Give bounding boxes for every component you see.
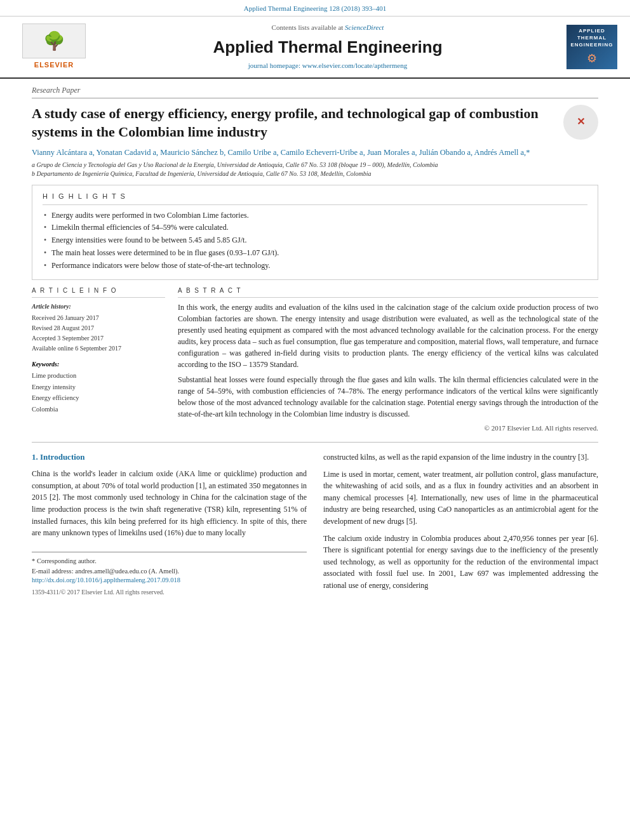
- authors-list: Vianny Alcántara a, Yonatan Cadavid a, M…: [32, 147, 598, 159]
- elsevier-wordmark: ELSEVIER: [34, 60, 74, 70]
- highlights-section: H I G H L I G H T S Energy audits were p…: [32, 185, 598, 279]
- abstract-header: A B S T R A C T: [178, 286, 598, 298]
- abstract-text: In this work, the energy audits and eval…: [178, 302, 598, 420]
- highlights-list: Energy audits were performed in two Colo…: [43, 210, 587, 271]
- info-abstract-section: A R T I C L E I N F O Article history: R…: [32, 286, 598, 433]
- intro-right-text: constructed kilns, as well as the rapid …: [323, 451, 598, 592]
- keywords-label: Keywords:: [32, 360, 165, 369]
- article-history: Article history: Received 26 January 201…: [32, 302, 165, 354]
- intro-paragraph-right-3: The calcium oxide industry in Colombia p…: [323, 533, 598, 592]
- accepted-date: Accepted 3 September 2017: [32, 333, 165, 343]
- footnote-section: * Corresponding author. E-mail address: …: [32, 552, 307, 597]
- keyword-item: Energy intensity: [32, 382, 165, 393]
- logo-line3: ENGINEERING: [570, 41, 613, 48]
- journal-logo-right: APPLIED THERMAL ENGINEERING ⚙: [560, 25, 617, 69]
- journal-homepage: journal homepage: www.elsevier.com/locat…: [95, 61, 560, 70]
- keywords-list: Lime production Energy intensity Energy …: [32, 370, 165, 415]
- intro-paragraph-right-2: Lime is used in mortar, cement, water tr…: [323, 469, 598, 528]
- journal-center-info: Contents lists available at ScienceDirec…: [95, 23, 560, 70]
- main-content: Research Paper A study case of energy ef…: [0, 79, 630, 610]
- sciencedirect-link[interactable]: ScienceDirect: [345, 23, 384, 31]
- available-date: Available online 6 September 2017: [32, 343, 165, 354]
- highlight-item: The main heat losses were determined to …: [43, 248, 587, 258]
- corresponding-author-note: * Corresponding author.: [32, 556, 307, 566]
- journal-ref-text: Applied Thermal Engineering 128 (2018) 3…: [244, 4, 386, 12]
- affiliation-a: a Grupo de Ciencia y Tecnología del Gas …: [32, 161, 598, 178]
- logo-line2: THERMAL: [577, 34, 607, 41]
- received-date: Received 26 January 2017: [32, 313, 165, 323]
- keywords-section: Keywords: Lime production Energy intensi…: [32, 360, 165, 415]
- highlights-title: H I G H L I G H T S: [43, 192, 587, 204]
- tree-icon: 🌳: [43, 32, 65, 50]
- abstract-paragraph-1: In this work, the energy audits and eval…: [178, 302, 598, 370]
- email-note: E-mail address: andres.amell@udea.edu.co…: [32, 566, 307, 577]
- crossmark-badge[interactable]: ✕: [563, 105, 598, 140]
- abstract-paragraph-2: Substantial heat losses were found espec…: [178, 374, 598, 420]
- journal-logo-box: APPLIED THERMAL ENGINEERING ⚙: [566, 25, 617, 69]
- highlight-item: Energy audits were performed in two Colo…: [43, 210, 587, 221]
- keyword-item: Energy efficiency: [32, 392, 165, 404]
- abstract-col: A B S T R A C T In this work, the energy…: [178, 286, 598, 433]
- history-label: Article history:: [32, 302, 165, 312]
- logo-decoration: ⚙: [587, 51, 597, 67]
- elsevier-logo: 🌳 ELSEVIER: [13, 23, 95, 70]
- issn-copyright: 1359-4311/© 2017 Elsevier Ltd. All right…: [32, 588, 307, 597]
- article-info-col: A R T I C L E I N F O Article history: R…: [32, 286, 165, 433]
- intro-right-col: constructed kilns, as well as the rapid …: [323, 451, 598, 597]
- journal-title: Applied Thermal Engineering: [95, 36, 560, 58]
- highlight-item: Performance indicators were below those …: [43, 260, 587, 271]
- intro-left-text: China is the world's leader in calcium o…: [32, 468, 307, 539]
- intro-paragraph-right-1: constructed kilns, as well as the rapid …: [323, 451, 598, 463]
- elsevier-tree-image: 🌳: [22, 23, 86, 58]
- doi-link[interactable]: http://dx.doi.org/10.1016/j.applthermale…: [32, 576, 307, 585]
- introduction-section: 1. Introduction China is the world's lea…: [32, 451, 598, 597]
- article-info-header: A R T I C L E I N F O: [32, 286, 165, 298]
- intro-section-title: 1. Introduction: [32, 451, 307, 463]
- journal-reference-bar: Applied Thermal Engineering 128 (2018) 3…: [0, 0, 630, 17]
- highlight-item: Energy intensities were found to be betw…: [43, 235, 587, 246]
- highlight-item: Limekiln thermal efficiencies of 54–59% …: [43, 222, 587, 233]
- article-title: A study case of energy efficiency, energ…: [32, 105, 598, 141]
- intro-left-col: 1. Introduction China is the world's lea…: [32, 451, 307, 597]
- copyright-notice: © 2017 Elsevier Ltd. All rights reserved…: [178, 423, 598, 433]
- sciencedirect-line: Contents lists available at ScienceDirec…: [95, 23, 560, 32]
- logo-line1: APPLIED: [579, 27, 605, 34]
- revised-date: Revised 28 August 2017: [32, 323, 165, 333]
- crossmark-icon: ✕: [577, 116, 585, 129]
- section-divider: [32, 442, 598, 443]
- journal-header: 🌳 ELSEVIER Contents lists available at S…: [0, 17, 630, 78]
- intro-paragraph-left-1: China is the world's leader in calcium o…: [32, 468, 307, 539]
- keyword-item: Colombia: [32, 404, 165, 415]
- keyword-item: Lime production: [32, 370, 165, 382]
- article-type-label: Research Paper: [32, 85, 598, 99]
